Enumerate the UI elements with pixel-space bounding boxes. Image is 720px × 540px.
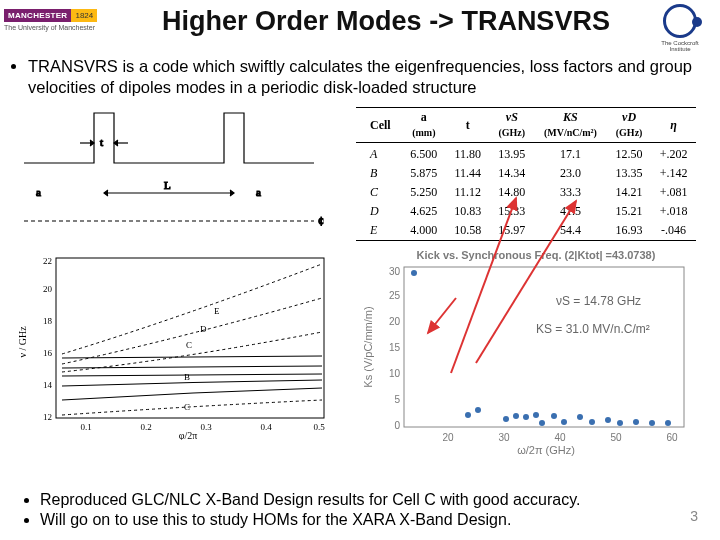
svg-text:14: 14 (43, 380, 53, 390)
svg-text:20: 20 (43, 284, 53, 294)
svg-point-57 (617, 420, 623, 426)
svg-text:18: 18 (43, 316, 53, 326)
table-header-row: Cell a(mm) t νS(GHz) KS(MV/nC/m²) νD(GHz… (356, 108, 696, 143)
svg-text:φ/2π: φ/2π (179, 430, 198, 440)
svg-text:12: 12 (43, 412, 52, 422)
svg-text:50: 50 (610, 432, 622, 443)
svg-text:Kick vs. Synchronous Freq. (2|: Kick vs. Synchronous Freq. (2|Ktot| =43.… (417, 249, 656, 261)
dispersion-plot: 12 14 16 18 20 22 0.1 0.2 0.3 0.4 0.5 φ/… (14, 250, 334, 440)
svg-text:t: t (100, 136, 103, 148)
svg-text:C: C (186, 340, 192, 350)
cell-parameters-table: Cell a(mm) t νS(GHz) KS(MV/nC/m²) νD(GHz… (356, 107, 696, 241)
svg-text:40: 40 (554, 432, 566, 443)
svg-text:ω/2π (GHz): ω/2π (GHz) (517, 444, 575, 456)
cockcroft-logo: The Cockcroft Institute (650, 4, 710, 52)
svg-text:0.4: 0.4 (260, 422, 272, 432)
svg-text:60: 60 (666, 432, 678, 443)
svg-point-52 (551, 413, 557, 419)
table-row: E4.00010.5815.9754.416.93-.046 (356, 221, 696, 241)
svg-text:C: C (184, 402, 190, 412)
svg-text:KS = 31.0 MV/n.C/m²: KS = 31.0 MV/n.C/m² (536, 322, 650, 336)
svg-text:a: a (256, 186, 261, 198)
svg-text:0.1: 0.1 (80, 422, 91, 432)
svg-text:0.3: 0.3 (200, 422, 212, 432)
svg-text:30: 30 (389, 266, 401, 277)
svg-point-48 (513, 413, 519, 419)
table-row: D4.62510.8315.3341.515.21+.018 (356, 202, 696, 221)
svg-point-58 (633, 419, 639, 425)
svg-text:a: a (36, 186, 41, 198)
svg-point-60 (665, 420, 671, 426)
svg-text:16: 16 (43, 348, 53, 358)
svg-point-53 (561, 419, 567, 425)
svg-rect-9 (56, 258, 324, 418)
logo-year: 1824 (71, 9, 97, 22)
svg-text:L: L (164, 179, 171, 191)
svg-point-45 (465, 412, 471, 418)
svg-point-56 (605, 417, 611, 423)
bullet-item: Reproduced GLC/NLC X-Band Design results… (40, 490, 700, 510)
svg-point-59 (649, 420, 655, 426)
svg-text:0.5: 0.5 (313, 422, 325, 432)
logo-subtitle: The University of Manchester (4, 24, 122, 31)
svg-point-54 (577, 414, 583, 420)
svg-text:22: 22 (43, 256, 52, 266)
svg-text:D: D (200, 324, 207, 334)
svg-point-55 (589, 419, 595, 425)
svg-text:25: 25 (389, 290, 401, 301)
svg-text:₵: ₵ (318, 216, 324, 226)
svg-point-51 (539, 420, 545, 426)
disk-structure-schematic: ₵ t L a a (14, 103, 334, 238)
svg-text:20: 20 (442, 432, 454, 443)
svg-rect-29 (404, 267, 684, 427)
svg-point-46 (475, 407, 481, 413)
svg-point-50 (533, 412, 539, 418)
top-bullets: TRANSVRS is a code which swiftly calcula… (28, 56, 700, 97)
svg-text:E: E (214, 306, 220, 316)
svg-text:0.2: 0.2 (140, 422, 151, 432)
svg-text:10: 10 (389, 368, 401, 379)
svg-text:ν / GHz: ν / GHz (17, 326, 28, 358)
bottom-bullets: Reproduced GLC/NLC X-Band Design results… (40, 490, 700, 530)
table-row: B5.87511.4414.3423.013.35+.142 (356, 164, 696, 183)
table-row: A6.50011.8013.9517.112.50+.202 (356, 143, 696, 165)
svg-text:0: 0 (394, 420, 400, 431)
svg-text:15: 15 (389, 342, 401, 353)
svg-point-44 (411, 270, 417, 276)
manchester-logo: MANCHESTER1824 The University of Manches… (4, 4, 122, 48)
footer: Reproduced GLC/NLC X-Band Design results… (0, 490, 720, 530)
svg-text:30: 30 (498, 432, 510, 443)
bullet-item: TRANSVRS is a code which swiftly calcula… (28, 56, 700, 97)
svg-point-47 (503, 416, 509, 422)
bullet-item: Will go on to use this to study HOMs for… (40, 510, 700, 530)
table-row: C5.25011.1214.8033.314.21+.081 (356, 183, 696, 202)
svg-text:5: 5 (394, 394, 400, 405)
svg-point-49 (523, 414, 529, 420)
svg-text:νS = 14.78 GHz: νS = 14.78 GHz (556, 294, 641, 308)
svg-text:B: B (184, 372, 190, 382)
page-title: Higher Order Modes -> TRANSVRS (122, 4, 650, 37)
svg-text:20: 20 (389, 316, 401, 327)
svg-text:Ks (V/pC/mm/m): Ks (V/pC/mm/m) (362, 307, 374, 388)
cockcroft-text: The Cockcroft Institute (650, 40, 710, 52)
logo-text: MANCHESTER (4, 9, 71, 22)
page-number: 3 (690, 508, 698, 524)
kick-scatter-plot: Kick vs. Synchronous Freq. (2|Ktot| =43.… (356, 247, 696, 457)
